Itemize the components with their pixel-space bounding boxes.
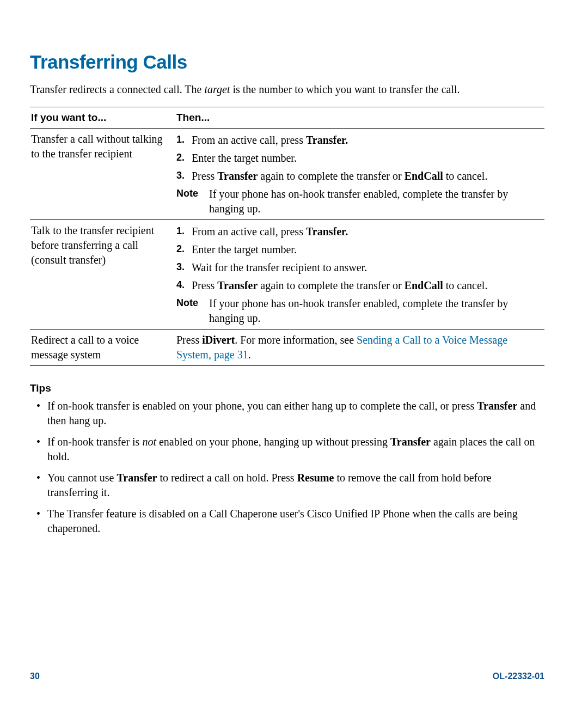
note-text: If your phone has on-hook transfer enabl…	[209, 187, 539, 216]
page-footer: 30 OL-22332-01	[30, 670, 544, 682]
intro-emphasis: target	[204, 83, 230, 95]
column-header-then: Then...	[175, 107, 544, 129]
row1-then: 1. From an active call, press Transfer. …	[175, 128, 544, 219]
step-number: 2.	[176, 242, 192, 255]
note-label: Note	[176, 296, 209, 309]
list-item: 2. Enter the target number.	[176, 242, 539, 257]
row1-note: Note If your phone has on-hook transfer …	[176, 187, 539, 216]
step-text: Press Transfer again to complete the tra…	[192, 169, 539, 184]
list-item: 3. Press Transfer again to complete the …	[176, 169, 539, 184]
tips-list: If on-hook transfer is enabled on your p…	[33, 399, 544, 536]
list-item: The Transfer feature is disabled on a Ca…	[33, 506, 544, 536]
table-row: Talk to the transfer recipient before tr…	[30, 219, 544, 329]
step-text: Enter the target number.	[192, 242, 539, 257]
column-header-if: If you want to...	[30, 107, 175, 129]
list-item: If on-hook transfer is not enabled on yo…	[33, 435, 544, 464]
row1-if: Transfer a call without talking to the t…	[30, 128, 175, 219]
step-number: 3.	[176, 260, 192, 273]
intro-pre: Transfer redirects a connected call. The	[30, 83, 204, 95]
list-item: 3. Wait for the transfer recipient to an…	[176, 260, 539, 275]
step-number: 1.	[176, 133, 192, 146]
step-text: Press Transfer again to complete the tra…	[192, 278, 539, 293]
row1-steps: 1. From an active call, press Transfer. …	[176, 133, 539, 184]
table-row: Redirect a call to a voice message syste…	[30, 329, 544, 365]
step-text: From an active call, press Transfer.	[192, 133, 539, 148]
row2-steps: 1. From an active call, press Transfer. …	[176, 224, 539, 293]
note-text: If your phone has on-hook transfer enabl…	[209, 296, 539, 326]
intro-paragraph: Transfer redirects a connected call. The…	[30, 82, 544, 97]
list-item: You cannot use Transfer to redirect a ca…	[33, 471, 544, 500]
step-text: From an active call, press Transfer.	[192, 224, 539, 239]
tips-heading: Tips	[30, 381, 544, 395]
list-item: If on-hook transfer is enabled on your p…	[33, 399, 544, 428]
step-number: 3.	[176, 169, 192, 182]
step-number: 1.	[176, 224, 192, 237]
row2-then: 1. From an active call, press Transfer. …	[175, 219, 544, 329]
row3-if: Redirect a call to a voice message syste…	[30, 329, 175, 365]
step-number: 2.	[176, 151, 192, 164]
note-label: Note	[176, 187, 209, 200]
row2-note: Note If your phone has on-hook transfer …	[176, 296, 539, 326]
list-item: 2. Enter the target number.	[176, 151, 539, 166]
row3-then: Press iDivert. For more information, see…	[175, 329, 544, 365]
table-row: Transfer a call without talking to the t…	[30, 128, 544, 219]
step-text: Wait for the transfer recipient to answe…	[192, 260, 539, 275]
page-number: 30	[30, 670, 40, 682]
page-title: Transferring Calls	[30, 49, 544, 75]
step-text: Enter the target number.	[192, 151, 539, 166]
list-item: 1. From an active call, press Transfer.	[176, 133, 539, 148]
list-item: 1. From an active call, press Transfer.	[176, 224, 539, 239]
list-item: 4. Press Transfer again to complete the …	[176, 278, 539, 293]
instruction-table: If you want to... Then... Transfer a cal…	[30, 107, 544, 366]
step-number: 4.	[176, 278, 192, 291]
intro-post: is the number to which you want to trans…	[230, 83, 460, 95]
document-id: OL-22332-01	[493, 670, 544, 682]
document-page: Transferring Calls Transfer redirects a …	[0, 0, 588, 714]
row2-if: Talk to the transfer recipient before tr…	[30, 219, 175, 329]
